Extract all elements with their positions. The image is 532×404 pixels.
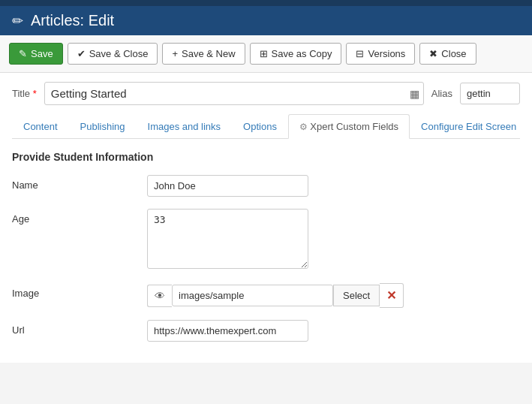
- printer-icon: ⊟: [356, 48, 364, 59]
- save-new-label: Save & New: [182, 48, 236, 59]
- name-input[interactable]: [147, 175, 308, 197]
- versions-button[interactable]: ⊟ Versions: [346, 43, 415, 65]
- alias-input[interactable]: [460, 83, 520, 104]
- image-select-button[interactable]: Select: [333, 285, 380, 306]
- title-label: Title *: [12, 88, 37, 99]
- save-close-button[interactable]: ✔ Save & Close: [68, 43, 158, 65]
- close-label: Close: [441, 48, 466, 59]
- image-preview-button[interactable]: 👁: [147, 285, 172, 307]
- tab-content[interactable]: Content: [12, 114, 69, 139]
- toolbar: ✎ Save ✔ Save & Close + Save & New ⊞ Sav…: [0, 35, 532, 73]
- url-input[interactable]: [147, 320, 308, 342]
- form-row-age: Age 33: [12, 209, 520, 271]
- image-control: 👁 Select ✕: [147, 283, 404, 308]
- eye-icon: 👁: [155, 290, 165, 302]
- title-row: Title * ▦ Alias: [12, 82, 520, 105]
- image-path-input[interactable]: [172, 285, 333, 306]
- save-button[interactable]: ✎ Save: [9, 43, 63, 65]
- image-field: 👁 Select ✕: [147, 283, 404, 308]
- form-row-name: Name: [12, 175, 520, 197]
- alias-label: Alias: [431, 88, 452, 99]
- tab-configure-edit-screen[interactable]: Configure Edit Screen: [410, 114, 527, 139]
- tab-images-links[interactable]: Images and links: [137, 114, 233, 139]
- save-copy-label: Save as Copy: [272, 48, 332, 59]
- save-copy-button[interactable]: ⊞ Save as Copy: [250, 43, 342, 65]
- tab-xpert-custom-fields[interactable]: ⚙ Xpert Custom Fields: [288, 114, 410, 139]
- calendar-icon: ▦: [410, 88, 419, 100]
- age-control: 33: [147, 209, 308, 271]
- title-input[interactable]: [44, 82, 424, 105]
- page-title: Articles: Edit: [31, 12, 114, 29]
- section-title: Provide Student Information: [12, 151, 520, 163]
- title-input-wrapper: ▦: [44, 82, 424, 105]
- tab-options[interactable]: Options: [232, 114, 288, 139]
- name-control: [147, 175, 308, 197]
- tabs: Content Publishing Images and links Opti…: [12, 114, 520, 139]
- form-row-url: Url: [12, 320, 520, 342]
- age-textarea[interactable]: 33: [147, 209, 308, 269]
- plus-icon: +: [172, 48, 178, 59]
- checkmark-icon: ✔: [77, 48, 86, 59]
- save-new-button[interactable]: + Save & New: [162, 43, 245, 65]
- gear-icon: ⚙: [299, 122, 310, 132]
- save-label: Save: [31, 48, 53, 59]
- close-icon: ✖: [429, 48, 437, 59]
- save-icon: ✎: [19, 48, 27, 59]
- times-icon: ✕: [386, 289, 396, 302]
- name-label: Name: [12, 175, 147, 191]
- image-clear-button[interactable]: ✕: [380, 283, 404, 308]
- versions-label: Versions: [368, 48, 405, 59]
- edit-icon: ✏: [12, 13, 23, 29]
- header-bar: ✏ Articles: Edit: [0, 6, 532, 35]
- select-label: Select: [343, 290, 370, 301]
- top-nav-bar: [0, 0, 532, 6]
- image-label: Image: [12, 283, 147, 299]
- age-label: Age: [12, 209, 147, 225]
- save-close-label: Save & Close: [89, 48, 149, 59]
- required-marker: *: [33, 88, 37, 99]
- url-label: Url: [12, 320, 147, 336]
- tab-publishing[interactable]: Publishing: [69, 114, 137, 139]
- close-button[interactable]: ✖ Close: [419, 43, 476, 65]
- url-control: [147, 320, 308, 342]
- content-area: Title * ▦ Alias Content Publishing Image…: [0, 73, 532, 363]
- form-row-image: Image 👁 Select ✕: [12, 283, 520, 308]
- copy-icon: ⊞: [260, 48, 268, 59]
